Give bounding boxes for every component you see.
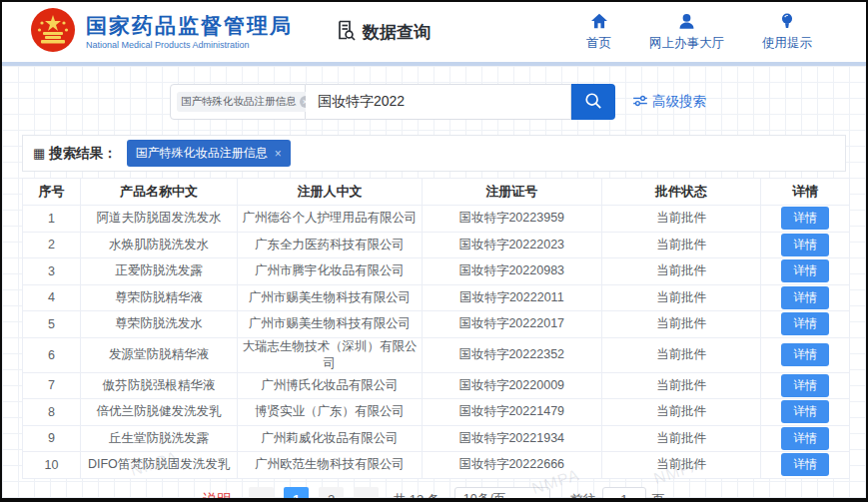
category-tag: 国产特殊化妆品注册信息 × bbox=[177, 92, 316, 112]
bulb-icon bbox=[780, 13, 794, 32]
nav-item-service-hall[interactable]: 网上办事大厅 bbox=[649, 13, 724, 52]
next-page-button[interactable]: › bbox=[354, 487, 379, 502]
page-size-select[interactable]: 10条/页 bbox=[454, 487, 550, 502]
top-nav: 首页 网上办事大厅 使用提示 bbox=[586, 13, 838, 52]
detail-button[interactable]: 详情 bbox=[781, 400, 829, 423]
page-button-1[interactable]: 1 bbox=[284, 487, 309, 502]
advanced-search-link[interactable]: 高级搜索 bbox=[633, 93, 706, 111]
cert-number-cell: 国妆特字20222011 bbox=[422, 284, 601, 311]
registrant-cell: 广州莉威化妆品有限公司 bbox=[238, 425, 423, 452]
detail-button[interactable]: 详情 bbox=[781, 312, 829, 335]
cert-number-cell: 国妆特字20222352 bbox=[422, 337, 601, 372]
registrant-cell: 广州博氏化妆品有限公司 bbox=[238, 372, 423, 399]
row-number: 10 bbox=[23, 452, 81, 479]
status-cell: 当前批件 bbox=[601, 206, 761, 233]
table-row: 10DIFO笛梵防脱固发洗发乳广州欧范生物科技有限公司国妆特字20222666当… bbox=[23, 452, 850, 479]
category-select[interactable]: 国产特殊化妆品注册信息 × bbox=[170, 84, 306, 120]
total-count-text: 共 12 条 bbox=[393, 491, 440, 502]
product-name-cell: 水焕肌防脱洗发水 bbox=[80, 232, 237, 258]
detail-button[interactable]: 详情 bbox=[781, 207, 829, 230]
product-name-cell: DIFO笛梵防脱固发洗发乳 bbox=[80, 452, 237, 479]
column-header: 批件状态 bbox=[601, 179, 761, 206]
search-bar: 国产特殊化妆品注册信息 × bbox=[2, 66, 866, 122]
registrant-cell: 广州市赐美生物科技有限公司 bbox=[238, 311, 423, 338]
product-name-cell: 傲芬防脱强根精华液 bbox=[80, 372, 237, 399]
detail-button[interactable]: 详情 bbox=[781, 286, 829, 309]
nav-item-tips[interactable]: 使用提示 bbox=[762, 13, 812, 52]
module-title: 数据查询 bbox=[335, 19, 431, 46]
prev-page-button[interactable]: ‹ bbox=[249, 487, 274, 502]
column-header: 详情 bbox=[761, 179, 850, 206]
user-icon bbox=[678, 13, 695, 32]
search-input[interactable] bbox=[306, 84, 571, 120]
home-icon bbox=[590, 13, 608, 32]
detail-cell: 详情 bbox=[761, 311, 850, 338]
detail-button[interactable]: 详情 bbox=[781, 234, 829, 256]
product-name-cell: 阿道夫防脱固发洗发水 bbox=[80, 206, 237, 233]
nav-label-tips: 使用提示 bbox=[762, 35, 812, 52]
product-name-cell: 倍优兰防脱健发洗发乳 bbox=[80, 399, 237, 426]
results-filter-tag-label: 国产特殊化妆品注册信息 bbox=[136, 145, 268, 162]
filter-tag-close-icon[interactable]: × bbox=[275, 147, 282, 161]
product-name-cell: 发源堂防脱精华液 bbox=[80, 337, 237, 372]
cert-number-cell: 国妆特字20221479 bbox=[422, 399, 601, 426]
cert-number-cell: 国妆特字20221934 bbox=[422, 425, 601, 452]
detail-button[interactable]: 详情 bbox=[781, 374, 829, 397]
doc-search-icon bbox=[335, 19, 357, 46]
table-row: 8倍优兰防脱健发洗发乳博贤实业（广东）有限公司国妆特字20221479当前批件详… bbox=[23, 399, 850, 426]
nav-label-home: 首页 bbox=[586, 35, 611, 52]
table-row: 1阿道夫防脱固发洗发水广州德谷个人护理用品有限公司国妆特字20223959当前批… bbox=[23, 206, 850, 233]
row-number: 7 bbox=[23, 372, 81, 399]
detail-button[interactable]: 详情 bbox=[781, 427, 829, 450]
column-header: 序号 bbox=[23, 179, 81, 206]
registrant-cell: 广州市赐美生物科技有限公司 bbox=[238, 284, 423, 311]
cert-number-cell: 国妆特字20220983 bbox=[422, 258, 601, 285]
results-table: 序号产品名称中文注册人中文注册证号批件状态详情 1阿道夫防脱固发洗发水广州德谷个… bbox=[22, 178, 850, 479]
page-jump: 前往 页 bbox=[570, 487, 665, 502]
detail-cell: 详情 bbox=[761, 425, 850, 452]
column-header: 注册人中文 bbox=[238, 179, 423, 206]
registrant-cell: 广州德谷个人护理用品有限公司 bbox=[238, 206, 423, 233]
column-header: 产品名称中文 bbox=[80, 179, 237, 206]
status-cell: 当前批件 bbox=[601, 425, 761, 452]
table-row: 5尊荣防脱洗发水广州市赐美生物科技有限公司国妆特字20222017当前批件详情 bbox=[23, 311, 850, 338]
status-cell: 当前批件 bbox=[601, 372, 761, 399]
cert-number-cell: 国妆特字20223959 bbox=[422, 206, 601, 233]
status-cell: 当前批件 bbox=[601, 284, 761, 311]
status-cell: 当前批件 bbox=[601, 452, 761, 479]
results-label: ▦ 搜索结果： bbox=[33, 145, 117, 163]
note-link[interactable]: 说明 bbox=[203, 491, 231, 502]
table-row: 3正爱防脱洗发露广州市腾宇化妆品有限公司国妆特字20220983当前批件详情 bbox=[23, 258, 850, 285]
product-name-cell: 正爱防脱洗发露 bbox=[80, 258, 237, 285]
registrant-cell: 大瑞志生物技术（深圳）有限公司 bbox=[238, 337, 423, 372]
detail-cell: 详情 bbox=[761, 232, 850, 258]
detail-button[interactable]: 详情 bbox=[781, 259, 829, 282]
agency-subtitle: National Medical Products Administration bbox=[86, 40, 293, 50]
detail-button[interactable]: 详情 bbox=[781, 453, 829, 476]
status-cell: 当前批件 bbox=[601, 399, 761, 426]
search-button[interactable] bbox=[571, 84, 615, 120]
page-button-2[interactable]: 2 bbox=[319, 487, 344, 502]
detail-cell: 详情 bbox=[761, 399, 850, 426]
advanced-search-label: 高级搜索 bbox=[652, 93, 706, 111]
registrant-cell: 广东全力医药科技有限公司 bbox=[238, 232, 423, 258]
results-filter-tag: 国产特殊化妆品注册信息 × bbox=[127, 140, 291, 167]
detail-button[interactable]: 详情 bbox=[781, 343, 829, 366]
status-cell: 当前批件 bbox=[601, 258, 761, 285]
jump-suffix: 页 bbox=[652, 491, 665, 502]
row-number: 1 bbox=[23, 206, 81, 233]
results-bar: ▦ 搜索结果： 国产特殊化妆品注册信息 × bbox=[22, 135, 846, 172]
nmpa-logo[interactable]: 国家药品监督管理局 National Medical Products Admi… bbox=[30, 7, 293, 57]
agency-title: 国家药品监督管理局 bbox=[86, 14, 293, 38]
pagination: 说明 ‹ 1 2 › 共 12 条 10条/页 前往 页 bbox=[2, 487, 866, 502]
cert-number-cell: 国妆特字20222666 bbox=[422, 452, 601, 479]
table-row: 7傲芬防脱强根精华液广州博氏化妆品有限公司国妆特字20220009当前批件详情 bbox=[23, 372, 850, 399]
table-row: 2水焕肌防脱洗发水广东全力医药科技有限公司国妆特字20222023当前批件详情 bbox=[23, 232, 850, 258]
jump-page-input[interactable] bbox=[602, 487, 646, 502]
header-row: 序号产品名称中文注册人中文注册证号批件状态详情 bbox=[23, 179, 850, 206]
registrant-cell: 博贤实业（广东）有限公司 bbox=[238, 399, 423, 426]
product-name-cell: 尊荣防脱洗发水 bbox=[80, 311, 237, 338]
nav-item-home[interactable]: 首页 bbox=[586, 13, 611, 52]
row-number: 2 bbox=[23, 232, 81, 258]
cert-number-cell: 国妆特字20220009 bbox=[422, 372, 601, 399]
